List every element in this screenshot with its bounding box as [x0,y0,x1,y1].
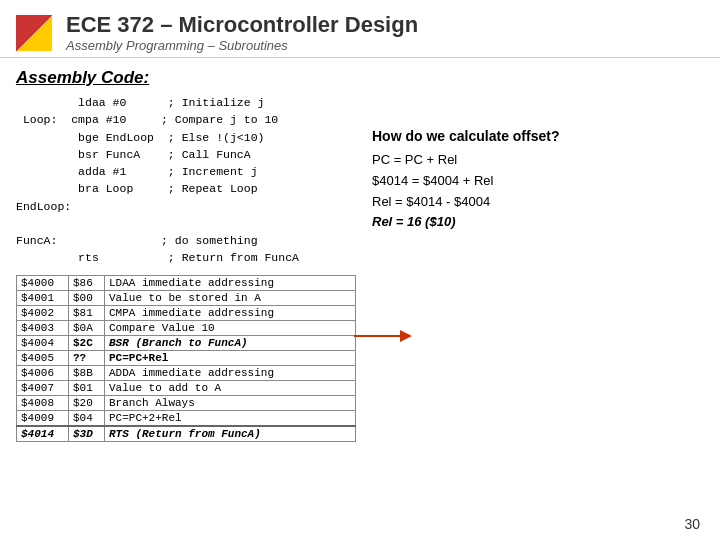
callout-line: PC = PC + Rel [372,150,704,171]
table-row: $4002$81CMPA immediate addressing [17,305,356,320]
logo [16,15,52,51]
left-panel: Assembly Code: ldaa #0 ; Initialize j Lo… [16,68,356,442]
callout-body: PC = PC + Rel$4014 = $4004 + RelRel = $4… [372,150,704,233]
table-row: $4000$86LDAA immediate addressing [17,275,356,290]
table-row: $4005??PC=PC+Rel [17,350,356,365]
callout-box: How do we calculate offset? PC = PC + Re… [372,128,704,233]
table-row: $4006$8BADDA immediate addressing [17,365,356,380]
table-row: $4007$01Value to add to A [17,380,356,395]
callout-line: Rel = $4014 - $4004 [372,192,704,213]
table-row: $4008$20Branch Always [17,395,356,410]
table-row: $4003$0ACompare Value 10 [17,320,356,335]
section-title: Assembly Code: [16,68,356,88]
main-content: Assembly Code: ldaa #0 ; Initialize j Lo… [0,58,720,450]
right-panel: How do we calculate offset? PC = PC + Re… [372,68,704,442]
header-text: ECE 372 – Microcontroller Design Assembl… [66,12,418,53]
header: ECE 372 – Microcontroller Design Assembl… [0,0,720,58]
page-number: 30 [684,516,700,532]
table-final-row: $4014$3DRTS (Return from FuncA) [17,426,356,442]
page-subtitle: Assembly Programming – Subroutines [66,38,418,53]
table-row: $4009$04PC=PC+2+Rel [17,410,356,426]
callout-line: Rel = 16 ($10) [372,212,704,233]
table-row: $4001$00Value to be stored in A [17,290,356,305]
callout-question: How do we calculate offset? [372,128,704,144]
instruction-table: $4000$86LDAA immediate addressing$4001$0… [16,275,356,442]
assembly-code: ldaa #0 ; Initialize j Loop: cmpa #10 ; … [16,94,356,267]
callout-line: $4014 = $4004 + Rel [372,171,704,192]
table-row: $4004$2CBSR (Branch to FuncA) [17,335,356,350]
page-title: ECE 372 – Microcontroller Design [66,12,418,38]
